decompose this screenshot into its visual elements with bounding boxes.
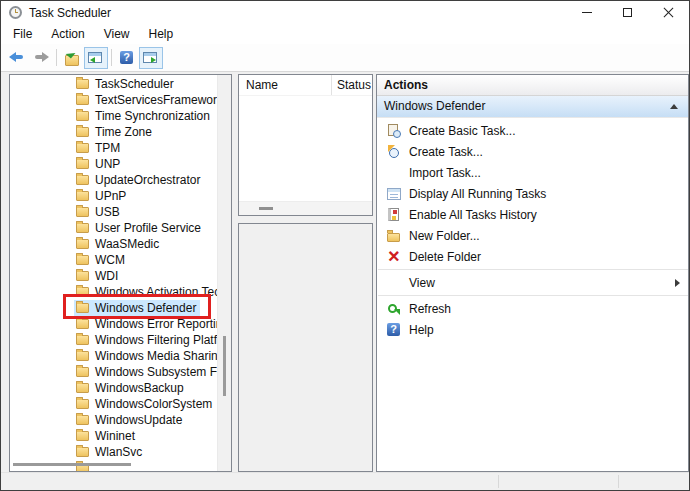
annotation-red-box: [63, 294, 211, 319]
tree-item[interactable]: WaaSMedic: [10, 236, 218, 252]
tree-item-content: Time Zone: [74, 124, 156, 140]
toolbar-icon: [142, 50, 160, 66]
tree-item[interactable]: TaskScheduler: [10, 76, 218, 92]
tree-item-label: USB: [95, 205, 120, 219]
action-icon: [386, 207, 402, 223]
action-item[interactable]: New Folder...: [377, 225, 688, 246]
action-item-label: Import Task...: [409, 166, 481, 180]
folder-icon: [76, 159, 89, 169]
tree-item-content: Windows Media Sharing: [74, 348, 218, 364]
tree-item-content: WlanSvc: [74, 444, 146, 460]
action-item[interactable]: Enable All Tasks History: [377, 204, 688, 225]
menu-item[interactable]: Action: [48, 25, 87, 43]
folder-icon: [76, 175, 89, 185]
tree-item-content: USB: [74, 204, 124, 220]
tree-item-label: WDI: [95, 269, 118, 283]
toolbar-button[interactable]: [115, 47, 139, 69]
tree-item-content: UPnP: [74, 188, 130, 204]
tree-item[interactable]: TPM: [10, 140, 218, 156]
close-icon: [663, 7, 674, 18]
folder-icon: [76, 111, 89, 121]
actions-group-header[interactable]: Windows Defender: [377, 96, 688, 118]
window-controls: [566, 1, 689, 24]
tree-item[interactable]: User Profile Service: [10, 220, 218, 236]
tree-item-content: WindowsBackup: [74, 380, 188, 396]
list-horizontal-scrollbar[interactable]: [239, 201, 372, 215]
tree-item[interactable]: WlanSvc: [10, 444, 218, 460]
action-item[interactable]: Create Task...: [377, 141, 688, 162]
minimize-button[interactable]: [566, 1, 607, 24]
tree-item[interactable]: UPnP: [10, 188, 218, 204]
tree-horizontal-scrollbar[interactable]: [13, 463, 131, 466]
action-item[interactable]: Delete Folder: [377, 246, 688, 267]
tree-item[interactable]: WindowsBackup: [10, 380, 218, 396]
actions-panel-title: Actions: [377, 75, 688, 96]
folder-icon: [76, 79, 89, 89]
tree-item[interactable]: WDI: [10, 268, 218, 284]
status-bar-divider: [498, 475, 499, 488]
minimize-icon: [582, 12, 592, 13]
tree-item[interactable]: TextServicesFramework: [10, 92, 218, 108]
tree-item[interactable]: Windows Filtering Platform: [10, 332, 218, 348]
menu-item[interactable]: Help: [146, 25, 177, 43]
toolbar-button[interactable]: [29, 47, 53, 69]
folder-icon: [76, 239, 89, 249]
toolbar-button[interactable]: [139, 47, 163, 69]
tree-item-label: Windows Filtering Platform: [95, 333, 218, 347]
tree-item[interactable]: Time Synchronization: [10, 108, 218, 124]
action-item[interactable]: Refresh: [377, 298, 688, 319]
action-item[interactable]: Display All Running Tasks: [377, 183, 688, 204]
action-item[interactable]: View: [377, 272, 688, 293]
action-item[interactable]: Help: [377, 319, 688, 340]
tree-item-label: Windows Error Reporting: [95, 317, 218, 331]
close-button[interactable]: [648, 1, 689, 24]
toolbar-icon: [111, 49, 112, 66]
task-scheduler-window: Task Scheduler File Action View Help: [0, 0, 690, 491]
tree-vertical-scrollbar[interactable]: [217, 75, 231, 471]
maximize-button[interactable]: [607, 1, 648, 24]
action-icon: [386, 228, 402, 244]
tree-item-label: Time Synchronization: [95, 109, 210, 123]
tree-item[interactable]: WindowsColorSystem: [10, 396, 218, 412]
tree-item-label: WaaSMedic: [95, 237, 159, 251]
action-item[interactable]: Create Basic Task...: [377, 120, 688, 141]
action-item-label: Help: [409, 323, 434, 337]
toolbar-button[interactable]: [5, 47, 29, 69]
action-item-label: View: [409, 276, 435, 290]
tree-item-content: UpdateOrchestrator: [74, 172, 204, 188]
tree-item[interactable]: UNP: [10, 156, 218, 172]
column-header-status[interactable]: Status: [332, 75, 371, 95]
action-item-label: Delete Folder: [409, 250, 481, 264]
scrollbar-thumb[interactable]: [223, 336, 226, 396]
tree-item-label: Wininet: [95, 429, 135, 443]
actions-group-title: Windows Defender: [384, 99, 485, 113]
tree-item-label: WindowsUpdate: [95, 413, 182, 427]
toolbar-icon: [87, 50, 105, 66]
folder-icon: [76, 351, 89, 361]
toolbar-button[interactable]: [53, 47, 60, 69]
tree-item[interactable]: Windows Subsystem For Lir: [10, 364, 218, 380]
tree-item[interactable]: Windows Media Sharing: [10, 348, 218, 364]
action-item[interactable]: Import Task...: [377, 162, 688, 183]
toolbar-button[interactable]: [108, 47, 115, 69]
menu-item[interactable]: View: [101, 25, 133, 43]
action-icon: [386, 144, 402, 160]
toolbar-button[interactable]: [84, 47, 108, 69]
tree-item-content: User Profile Service: [74, 220, 205, 236]
action-icon: [386, 123, 402, 139]
menu-item[interactable]: File: [10, 25, 35, 43]
toolbar-icon: [56, 49, 57, 66]
tree-item[interactable]: WindowsUpdate: [10, 412, 218, 428]
action-item[interactable]: [378, 295, 688, 296]
toolbar-button[interactable]: [60, 47, 84, 69]
folder-icon: [76, 431, 89, 441]
column-header-name[interactable]: Name: [239, 75, 332, 95]
tree-item[interactable]: WCM: [10, 252, 218, 268]
scrollbar-thumb[interactable]: [259, 207, 273, 210]
tree-item[interactable]: UpdateOrchestrator: [10, 172, 218, 188]
tree-item-content: TPM: [74, 140, 124, 156]
tree-item[interactable]: Time Zone: [10, 124, 218, 140]
tree-item[interactable]: USB: [10, 204, 218, 220]
tree-item[interactable]: Wininet: [10, 428, 218, 444]
action-item[interactable]: [378, 269, 688, 270]
